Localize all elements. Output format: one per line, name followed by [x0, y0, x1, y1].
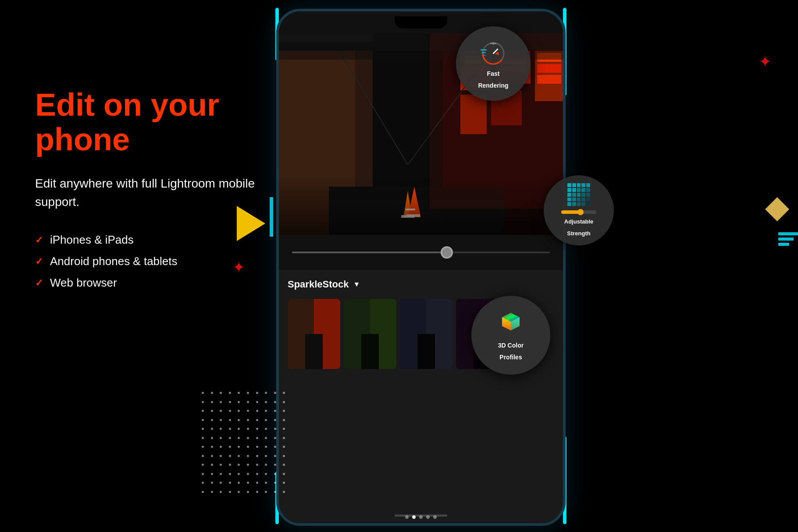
- pagination-dot-2[interactable]: [412, 515, 416, 519]
- pagination-dot-1[interactable]: [405, 515, 409, 519]
- svg-marker-57: [495, 52, 499, 55]
- decorative-dot: [211, 437, 213, 439]
- decorative-dot: [247, 401, 249, 403]
- decorative-dot: [238, 464, 240, 466]
- decorative-dot: [247, 437, 249, 439]
- decorative-dot: [229, 446, 231, 448]
- decorative-dot: [247, 455, 249, 457]
- decorative-dot: [238, 428, 240, 430]
- decorative-teal-line: [270, 197, 273, 237]
- decorative-dot: [247, 446, 249, 448]
- decorative-dot: [238, 455, 240, 457]
- decorative-dot: [247, 419, 249, 421]
- color-profiles-label-line1: 3D Color: [498, 341, 524, 349]
- fast-rendering-label-line2: Rendering: [478, 82, 508, 89]
- decorative-dot: [229, 410, 231, 412]
- decorative-dot: [283, 410, 285, 412]
- decorative-dot: [229, 392, 231, 394]
- fast-rendering-feature-badge: Fast Rendering: [456, 26, 531, 101]
- decorative-dot: [256, 392, 258, 394]
- decorative-dot: [256, 437, 258, 439]
- slider-thumb[interactable]: [441, 246, 453, 259]
- decorative-dot: [220, 419, 222, 421]
- preset-thumbnail-2[interactable]: [400, 299, 452, 369]
- color-profiles-label-line2: Profiles: [499, 353, 522, 361]
- decorative-dot: [256, 410, 258, 412]
- decorative-dot: [238, 437, 240, 439]
- decorative-dot: [220, 464, 222, 466]
- decorative-dot: [256, 401, 258, 403]
- preset-thumbnail-0[interactable]: [288, 299, 340, 369]
- right-decorative-area: ✦: [710, 0, 798, 532]
- svg-rect-36: [305, 334, 323, 369]
- decorative-dot: [283, 401, 285, 403]
- main-title: Edit on your phone: [35, 88, 281, 157]
- decorative-dot: [211, 419, 213, 421]
- decorative-dot: [202, 437, 204, 439]
- decorative-dot: [202, 410, 204, 412]
- decorative-dot: [220, 446, 222, 448]
- decorative-dot: [211, 401, 213, 403]
- decorative-dot: [283, 491, 285, 493]
- decorative-dot: [220, 392, 222, 394]
- svg-rect-40: [361, 334, 379, 369]
- decorative-dot: [274, 473, 276, 475]
- decorative-dot: [283, 392, 285, 394]
- decorative-dot: [283, 446, 285, 448]
- decorative-dot: [229, 428, 231, 430]
- decorative-star-mid: ✦: [232, 259, 245, 276]
- strength-slider-thumb[interactable]: [577, 209, 584, 215]
- decorative-dot: [229, 482, 231, 484]
- decorative-dot: [274, 401, 276, 403]
- decorative-dot: [202, 473, 204, 475]
- decorative-dot: [229, 473, 231, 475]
- decorative-dot: [256, 419, 258, 421]
- checklist-label-1: iPhones & iPads: [50, 233, 134, 247]
- phone-mockup-container: SparkleStock ▼: [254, 0, 588, 532]
- decorative-dot: [211, 392, 213, 394]
- decorative-dot: [274, 464, 276, 466]
- pagination-dot-5[interactable]: [433, 515, 437, 519]
- decorative-dot: [283, 419, 285, 421]
- decorative-dot: [265, 482, 267, 484]
- image-slider-area[interactable]: [279, 235, 563, 270]
- presets-chevron-icon[interactable]: ▼: [353, 280, 360, 288]
- decorative-dot: [202, 455, 204, 457]
- decorative-dot: [202, 482, 204, 484]
- decorative-dot: [202, 428, 204, 430]
- decorative-dot: [274, 419, 276, 421]
- strength-slider[interactable]: [561, 210, 596, 214]
- decorative-dot: [238, 410, 240, 412]
- decorative-dot: [202, 464, 204, 466]
- decorative-dot: [274, 428, 276, 430]
- pagination-dot-4[interactable]: [426, 515, 430, 519]
- decorative-dot: [256, 446, 258, 448]
- decorative-dot: [247, 410, 249, 412]
- decorative-dot: [274, 482, 276, 484]
- decorative-dot: [220, 401, 222, 403]
- preset-thumbnail-1[interactable]: [344, 299, 396, 369]
- decorative-dot: [256, 491, 258, 493]
- decorative-dot: [229, 437, 231, 439]
- dots-grid: [202, 392, 289, 497]
- svg-rect-44: [417, 334, 435, 369]
- checkmark-icon-1: ✓: [35, 234, 43, 246]
- teal-stripe-3: [778, 243, 789, 246]
- decorative-dot: [211, 428, 213, 430]
- decorative-dot: [265, 410, 267, 412]
- decorative-dot: [220, 455, 222, 457]
- decorative-dot: [247, 464, 249, 466]
- decorative-dot: [274, 410, 276, 412]
- decorative-dot: [265, 473, 267, 475]
- presets-brand-name: SparkleStock: [288, 279, 349, 290]
- phone-notch: [395, 16, 447, 28]
- decorative-dot: [256, 455, 258, 457]
- decorative-dot: [265, 428, 267, 430]
- decorative-star-top-right: ✦: [759, 53, 772, 71]
- decorative-dot: [247, 482, 249, 484]
- teal-stripe-2: [778, 238, 794, 241]
- decorative-dot: [202, 491, 204, 493]
- pagination-dot-3[interactable]: [419, 515, 423, 519]
- adjustable-strength-grid-icon: [567, 183, 590, 206]
- decorative-dot: [283, 473, 285, 475]
